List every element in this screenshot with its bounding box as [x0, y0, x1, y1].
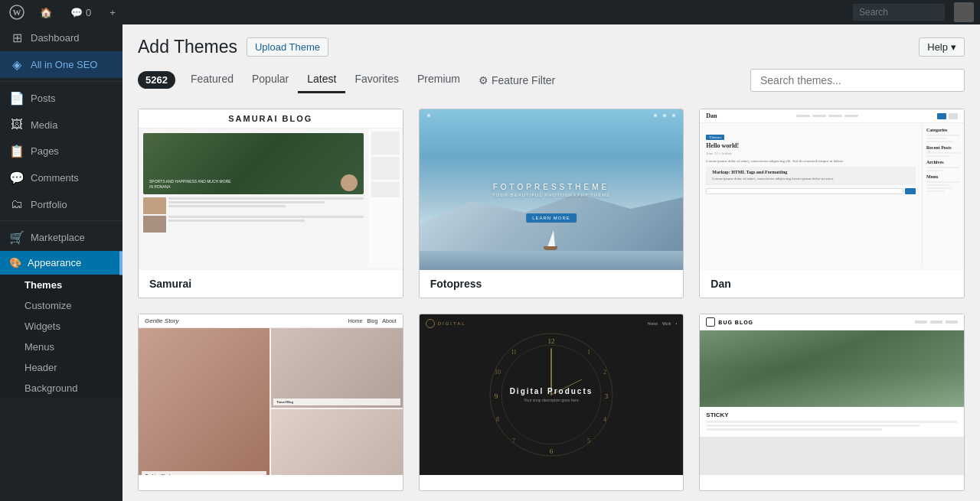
digital-header: DIGITAL Home Work •	[426, 319, 678, 328]
help-chevron-icon: ▾	[951, 41, 956, 53]
sidebar-item-dashboard[interactable]: ⊞ Dashboard	[0, 24, 122, 51]
sidebar-label-comments: Comments	[31, 172, 79, 184]
tab-popular[interactable]: Popular	[243, 67, 298, 93]
fashion-header: Gentle Story Home Blog About	[139, 314, 403, 328]
tab-premium[interactable]: Premium	[408, 67, 469, 93]
fotopress-nav	[420, 114, 684, 117]
new-label: +	[109, 7, 116, 18]
theme-info-samurai: Samurai	[139, 270, 403, 298]
comment-count: 0	[86, 7, 91, 18]
page-header: Add Themes Upload Theme Help ▾	[122, 24, 980, 57]
search-themes-input[interactable]	[750, 69, 965, 92]
fotopress-boat-sail	[547, 230, 555, 247]
help-button[interactable]: Help ▾	[919, 37, 965, 57]
sidebar-subitem-menus-label: Menus	[24, 341, 54, 353]
tab-latest[interactable]: Latest	[298, 67, 345, 93]
samurai-sidebar-block-2	[371, 157, 400, 180]
svg-text:9: 9	[495, 392, 498, 400]
fashion-logo: Gentle Story	[145, 317, 178, 324]
fashion-img-3: Where to	[271, 409, 402, 475]
samurai-sidebar	[368, 129, 403, 268]
sidebar-item-posts[interactable]: 📄 Posts	[0, 85, 122, 112]
sidebar-subitem-customize[interactable]: Customize	[0, 295, 122, 316]
samurai-post-row-1	[143, 197, 364, 214]
svg-text:3: 3	[605, 392, 609, 400]
dan-widget-line-2	[926, 138, 946, 139]
sidebar-item-marketplace[interactable]: 🛒 Marketplace	[0, 224, 122, 251]
dan-main-col: Themes Hello world! June 12 • Author Lor…	[700, 123, 922, 268]
sidebar: ⊞ Dashboard ◈ All in One SEO 📄 Posts 🖼 M…	[0, 24, 122, 501]
sticky-nav	[915, 320, 958, 324]
theme-card-fotopress[interactable]: FOTOPRESSTHEME YOUR BEAUTIFUL PHOTOGRAPH…	[419, 109, 684, 298]
sidebar-subitem-widgets-label: Widgets	[24, 320, 60, 332]
admin-bar-new[interactable]: +	[103, 0, 122, 24]
upload-theme-button[interactable]: Upload Theme	[247, 37, 328, 57]
sidebar-subitem-background[interactable]: Background	[0, 378, 122, 399]
fashion-img-1: Fashion Week Style • June 2024	[139, 328, 270, 475]
sidebar-subitem-customize-label: Customize	[24, 300, 71, 311]
wp-logo[interactable]: W	[6, 2, 28, 23]
sidebar-subitem-background-label: Background	[24, 382, 77, 394]
admin-bar-site[interactable]: 🏠	[34, 0, 58, 24]
dan-widget-arch-1	[926, 167, 960, 168]
samurai-hero: SPORTS AND HAPPINESS AND MUCH MOREIN PON…	[143, 133, 364, 194]
samurai-post-lines-2	[168, 216, 364, 223]
seo-icon: ◈	[9, 57, 24, 72]
sidebar-label-portfolio: Portfolio	[31, 199, 67, 210]
digital-products-sub: Your shop description goes here	[510, 398, 593, 402]
sidebar-subitem-menus[interactable]: Menus	[0, 337, 122, 357]
sidebar-subitem-header[interactable]: Header	[0, 357, 122, 378]
sidebar-item-portfolio[interactable]: 🗂 Portfolio	[0, 191, 122, 217]
sidebar-item-pages[interactable]: 📋 Pages	[0, 138, 122, 164]
sidebar-item-appearance[interactable]: 🎨 Appearance	[0, 251, 122, 275]
sticky-nav-1	[915, 320, 927, 324]
theme-name-samurai: Samurai	[149, 278, 191, 290]
dan-post-text-1: Lorem ipsum dolor sit amet, consectetur …	[706, 158, 916, 164]
gear-icon: ⚙	[479, 74, 488, 86]
digital-preview: DIGITAL Home Work •	[420, 314, 684, 475]
samurai-post-line-1b	[168, 201, 325, 203]
theme-name-dan: Dan	[710, 278, 730, 290]
fotopress-nav-dot-1	[427, 114, 430, 117]
admin-avatar[interactable]	[954, 2, 974, 22]
fotopress-nav-items	[654, 114, 675, 117]
themes-grid: SAMURAI BLOG SPORTS AND HAPPINESS AND MU…	[122, 93, 980, 501]
svg-text:1: 1	[587, 349, 590, 356]
sidebar-label-appearance: Appearance	[28, 257, 81, 268]
theme-info-fotopress: Fotopress	[420, 270, 684, 298]
admin-bar-comments[interactable]: 💬 0	[64, 0, 97, 24]
theme-card-samurai[interactable]: SAMURAI BLOG SPORTS AND HAPPINESS AND MU…	[138, 109, 403, 298]
theme-card-fashion[interactable]: Gentle Story Home Blog About Fashion Wee…	[138, 314, 403, 491]
tab-popular-label: Popular	[252, 73, 289, 85]
sidebar-subitem-themes[interactable]: Themes	[0, 275, 122, 295]
sidebar-label-dashboard: Dashboard	[31, 32, 80, 44]
fashion-overlay-2: Travel Blog	[273, 399, 400, 405]
dan-nav-dot-1	[796, 115, 810, 117]
fashion-preview: Gentle Story Home Blog About Fashion Wee…	[139, 314, 403, 475]
fotopress-boat	[544, 230, 559, 253]
dan-widget-rp-1	[926, 152, 960, 154]
sticky-brand: BUG BLOG	[718, 320, 753, 325]
appearance-submenu: Themes Customize Widgets Menus Header Ba…	[0, 275, 122, 399]
sidebar-item-comments[interactable]: 💬 Comments	[0, 164, 122, 191]
tab-featured[interactable]: Featured	[181, 67, 243, 93]
admin-search-input[interactable]	[853, 4, 945, 21]
sticky-hero	[700, 330, 964, 407]
dan-preview: Dan Theme	[700, 109, 964, 270]
sticky-header: BUG BLOG	[700, 314, 964, 330]
fashion-overlay-title-1: Fashion Week	[145, 473, 263, 475]
digital-nav-2: Work	[662, 321, 671, 326]
dan-widget-menu-3	[926, 187, 952, 189]
sidebar-item-all-in-one-seo[interactable]: ◈ All in One SEO	[0, 51, 122, 78]
fashion-overlay-title-2: Travel Blog	[276, 400, 397, 404]
dan-nav-dot-2	[812, 115, 826, 117]
theme-card-sticky[interactable]: BUG BLOG STICKY	[699, 314, 965, 491]
sidebar-subitem-widgets[interactable]: Widgets	[0, 316, 122, 337]
feature-filter[interactable]: ⚙ Feature Filter	[469, 68, 564, 93]
dan-logo: Dan	[706, 112, 717, 119]
sidebar-item-media[interactable]: 🖼 Media	[0, 112, 122, 138]
tab-favorites[interactable]: Favorites	[345, 67, 408, 93]
digital-logo-area: DIGITAL	[426, 319, 466, 328]
theme-card-digital[interactable]: DIGITAL Home Work •	[419, 314, 684, 491]
theme-card-dan[interactable]: Dan Theme	[699, 109, 965, 298]
